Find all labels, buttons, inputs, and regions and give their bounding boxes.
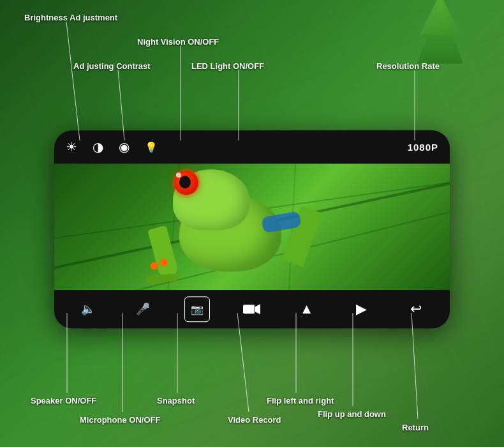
snapshot-icon[interactable]: 📷 xyxy=(184,296,210,322)
page-container: ☀ ◑ ◉ 💡 1080P xyxy=(0,0,504,447)
svg-rect-0 xyxy=(243,305,255,314)
flip-ud-label: Flip up and down xyxy=(318,409,386,419)
brightness-adjustment-label: Brightness Ad justment xyxy=(24,13,117,22)
phone-device: ☀ ◑ ◉ 💡 1080P xyxy=(54,130,450,328)
video-record-label: Video Record xyxy=(228,415,281,425)
contrast-label: Ad justing Contrast xyxy=(73,61,151,71)
return-label: Return xyxy=(402,423,429,432)
flip-lr-label: Flip left and right xyxy=(267,396,334,405)
microphone-icon[interactable]: 🎤 xyxy=(130,296,156,322)
led-light-label: LED Light ON/OFF xyxy=(191,61,264,71)
night-vision-label: Night Vision ON/OFF xyxy=(137,37,219,47)
video-area xyxy=(54,163,450,290)
brightness-icon[interactable]: ☀ xyxy=(66,139,77,155)
return-icon[interactable]: ↩ xyxy=(403,296,429,322)
speaker-icon[interactable]: 🔈 xyxy=(75,296,101,322)
microphone-label: Microphone ON/OFF xyxy=(80,415,160,425)
phone-top-bar: ☀ ◑ ◉ 💡 1080P xyxy=(54,130,450,163)
phone-bottom-bar: 🔈 🎤 📷 ▲ ▶ ↩ xyxy=(54,290,450,328)
resolution-rate-label: Resolution Rate xyxy=(376,61,440,71)
speaker-label: Speaker ON/OFF xyxy=(31,396,96,405)
flip-lr-icon[interactable]: ▲ xyxy=(294,296,320,322)
resolution-value: 1080P xyxy=(408,142,438,153)
play-icon[interactable]: ▶ xyxy=(348,296,374,322)
frog-image xyxy=(141,163,320,290)
night-vision-icon[interactable]: ◉ xyxy=(119,139,130,155)
svg-marker-1 xyxy=(255,304,260,314)
top-icons-group: ☀ ◑ ◉ 💡 xyxy=(66,139,158,155)
video-record-icon[interactable] xyxy=(239,296,265,322)
led-light-icon[interactable]: 💡 xyxy=(145,141,158,153)
contrast-icon[interactable]: ◑ xyxy=(93,139,103,155)
snapshot-label: Snapshot xyxy=(157,396,195,405)
